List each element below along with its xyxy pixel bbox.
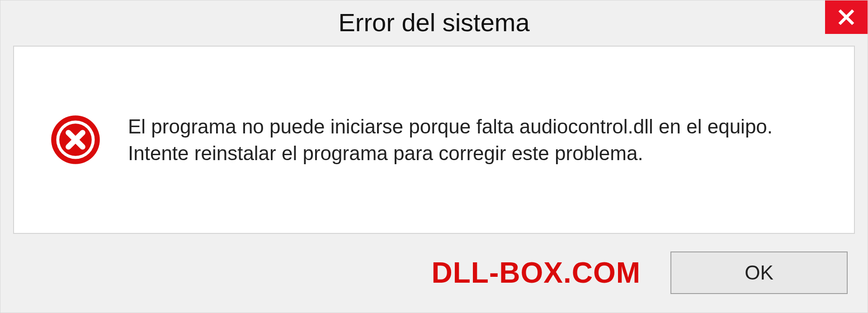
- dialog-title: Error del sistema: [338, 8, 529, 37]
- titlebar: Error del sistema: [0, 0, 868, 44]
- content-panel: El programa no puede iniciarse porque fa…: [13, 46, 855, 234]
- error-icon: [50, 114, 101, 165]
- ok-button[interactable]: OK: [670, 251, 848, 294]
- close-button[interactable]: [825, 0, 868, 34]
- error-message: El programa no puede iniciarse porque fa…: [128, 113, 827, 167]
- watermark-text: DLL-BOX.COM: [432, 256, 641, 289]
- close-icon: [838, 9, 855, 26]
- dialog-footer: DLL-BOX.COM OK: [0, 242, 868, 313]
